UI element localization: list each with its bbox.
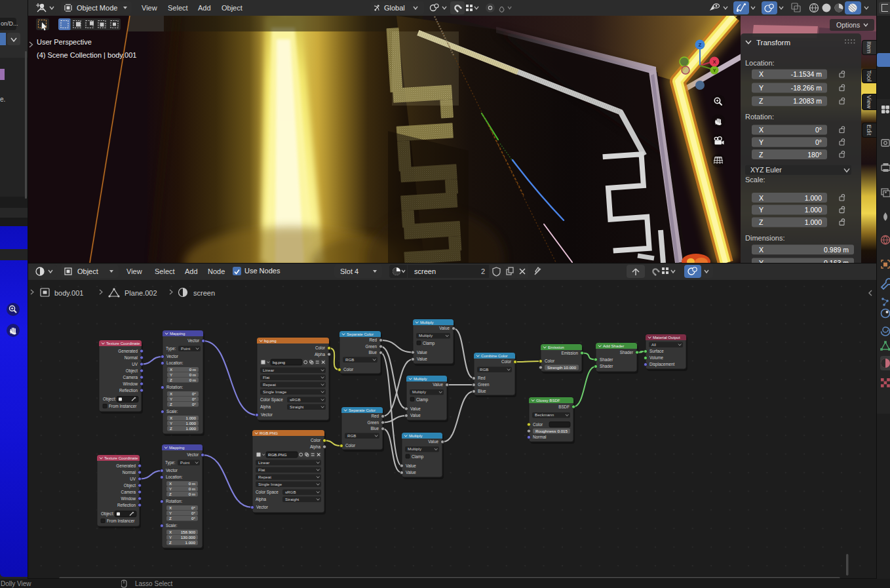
svg-text:Camera: Camera [121, 490, 136, 494]
svg-text:0°: 0° [191, 511, 195, 515]
svg-text:Value: Value [439, 326, 450, 330]
svg-text:Color: Color [315, 345, 325, 350]
svg-text:1.000: 1.000 [185, 540, 196, 545]
svg-text:Flat: Flat [263, 375, 270, 380]
svg-text:0 m: 0 m [189, 486, 195, 491]
svg-text:Single Image: Single Image [263, 389, 287, 394]
svg-text:Y: Y [170, 372, 172, 377]
svg-text:RGB: RGB [347, 433, 356, 438]
svg-text:Clamp: Clamp [423, 341, 435, 346]
svg-text:Repeat: Repeat [258, 475, 271, 479]
svg-text:Linear: Linear [263, 368, 274, 372]
svg-text:Alpha: Alpha [310, 444, 321, 450]
svg-text:0°: 0° [192, 402, 196, 406]
svg-text:Options: Options [836, 21, 860, 29]
svg-text:body.001: body.001 [54, 289, 83, 297]
svg-text:Value: Value [417, 350, 427, 355]
svg-text:1.000: 1.000 [186, 416, 197, 420]
svg-text:Clamp: Clamp [416, 397, 429, 402]
svg-text:Location:: Location: [166, 475, 183, 479]
svg-text:Texture Coordinate: Texture Coordinate [104, 456, 138, 460]
svg-text:UV: UV [132, 362, 138, 366]
svg-text:Global: Global [384, 4, 405, 12]
svg-text:Window: Window [123, 382, 138, 386]
svg-text:Glossy BSDF: Glossy BSDF [536, 398, 560, 402]
svg-text:XYZ Euler: XYZ Euler [750, 166, 782, 174]
svg-text:Single Image: Single Image [258, 482, 282, 486]
svg-text:Vector: Vector [166, 354, 178, 359]
svg-text:10.000: 10.000 [564, 365, 576, 370]
svg-text:0°: 0° [192, 391, 196, 396]
svg-text:RGB.PNG: RGB.PNG [260, 431, 278, 435]
svg-text:X: X [759, 246, 764, 254]
svg-text:Alpha: Alpha [256, 497, 267, 502]
svg-text:1.000: 1.000 [805, 194, 822, 202]
svg-text:Z: Z [170, 378, 172, 382]
svg-text:Linear: Linear [258, 460, 269, 465]
svg-text:Generated: Generated [116, 463, 136, 468]
svg-text:1.2083 m: 1.2083 m [793, 97, 822, 105]
svg-text:Red: Red [369, 338, 377, 342]
svg-text:X: X [759, 126, 764, 134]
svg-text:Flat: Flat [258, 467, 265, 472]
svg-text:Color: Color [533, 422, 543, 427]
svg-text:bg.png: bg.png [273, 360, 285, 364]
svg-text:Value: Value [428, 439, 438, 444]
svg-text:X: X [759, 194, 764, 202]
svg-text:Y: Y [169, 486, 172, 491]
svg-text:Object: Object [126, 368, 138, 374]
svg-text:Mapping: Mapping [170, 331, 185, 336]
svg-text:From Instancer: From Instancer [109, 404, 136, 408]
svg-text:0°: 0° [815, 138, 822, 146]
svg-text:Location:: Location: [745, 59, 775, 67]
svg-text:Mapping: Mapping [169, 445, 184, 450]
svg-text:0.015: 0.015 [558, 429, 568, 433]
svg-text:Straight: Straight [290, 404, 304, 409]
svg-text:Multiply: Multiply [420, 320, 435, 324]
svg-text:Y: Y [759, 84, 764, 92]
svg-text:Value: Value [406, 470, 416, 475]
svg-text:Material Output: Material Output [653, 335, 680, 340]
svg-text:Strength: Strength [547, 365, 563, 370]
svg-text:Y: Y [759, 138, 764, 146]
svg-text:Straight: Straight [285, 497, 300, 501]
svg-text:X: X [170, 367, 172, 372]
svg-text:Multiply: Multiply [412, 389, 427, 394]
svg-text:1.000: 1.000 [805, 218, 822, 226]
svg-text:Vector: Vector [166, 468, 178, 473]
svg-text:Repeat: Repeat [263, 382, 276, 387]
svg-text:Red: Red [371, 414, 379, 418]
svg-text:Value: Value [410, 413, 421, 418]
svg-text:Y: Y [170, 397, 172, 401]
svg-text:Type:: Type: [166, 346, 176, 351]
svg-text:Color: Color [545, 359, 554, 363]
svg-text:Value: Value [410, 406, 421, 411]
svg-text:0°: 0° [191, 516, 195, 520]
svg-text:Separate Color: Separate Color [349, 408, 376, 412]
svg-text:0°: 0° [191, 505, 195, 510]
svg-text:Multiply: Multiply [419, 333, 433, 338]
svg-text:Y: Y [169, 535, 172, 539]
svg-text:Surface: Surface [649, 349, 664, 353]
svg-text:Color: Color [501, 359, 511, 364]
svg-text:Y: Y [713, 68, 716, 73]
svg-text:Dimensions:: Dimensions: [745, 234, 785, 242]
svg-text:Green: Green [365, 344, 377, 349]
svg-text:X: X [170, 391, 172, 396]
svg-text:RGB: RGB [345, 357, 354, 362]
svg-text:1.000: 1.000 [805, 206, 822, 214]
svg-text:Y: Y [169, 511, 172, 515]
svg-text:Z: Z [169, 516, 172, 520]
svg-text:Clamp: Clamp [412, 454, 424, 460]
svg-text:0°: 0° [815, 126, 822, 134]
svg-text:Shader: Shader [600, 357, 613, 362]
svg-text:Z: Z [170, 426, 172, 431]
svg-text:Normal: Normal [125, 355, 138, 360]
svg-text:X: X [759, 70, 764, 78]
svg-text:Z: Z [699, 42, 702, 48]
svg-text:130.000: 130.000 [181, 535, 196, 539]
svg-text:Color: Color [343, 367, 353, 372]
svg-text:1.000: 1.000 [186, 426, 197, 431]
svg-text:Blue: Blue [478, 389, 486, 393]
svg-text:Vector: Vector [261, 412, 273, 417]
